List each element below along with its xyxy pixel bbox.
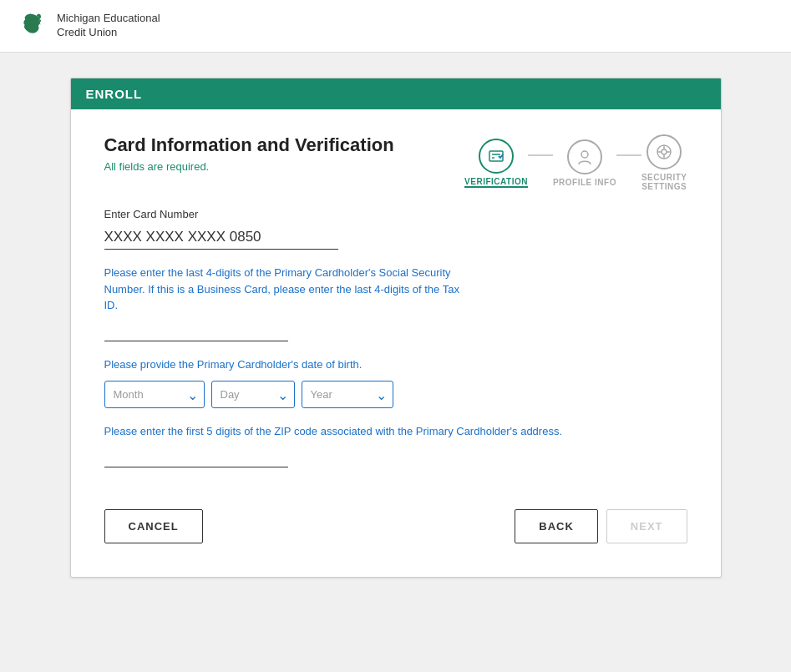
ssn-description: Please enter the last 4-digits of the Pr… bbox=[104, 265, 464, 314]
step-verification-label: VERIFICATION bbox=[464, 177, 528, 188]
dob-text-end: . bbox=[359, 358, 363, 371]
michigan-logo-icon bbox=[17, 10, 48, 42]
month-select[interactable]: Month JanuaryFebruaryMarch AprilMayJune … bbox=[104, 381, 205, 408]
card-number-label: Enter Card Number bbox=[104, 208, 687, 220]
security-icon bbox=[655, 143, 673, 161]
day-select[interactable]: Day for(let i=1;i<=31;i++) document.writ… bbox=[211, 381, 295, 408]
ssn-text-part2: . If this is a Business Card, please ent… bbox=[142, 283, 443, 296]
enroll-header-label: ENROLL bbox=[86, 87, 143, 101]
step-security-circle bbox=[646, 134, 682, 169]
title-section: Card Information and Verification All fi… bbox=[104, 134, 394, 173]
page-header: Michigan Educational Credit Union bbox=[0, 0, 791, 53]
year-select[interactable]: Year for(let y=2024;y>=1920;y--) documen… bbox=[302, 381, 393, 408]
dob-text-highlight: Primary Cardholder's date of birth bbox=[197, 358, 359, 371]
right-buttons: BACK NEXT bbox=[515, 509, 687, 543]
zip-input[interactable] bbox=[104, 447, 288, 467]
day-wrapper: Day for(let i=1;i<=31;i++) document.writ… bbox=[211, 381, 295, 408]
top-section: Card Information and Verification All fi… bbox=[104, 134, 687, 191]
required-note: All fields are required. bbox=[104, 160, 394, 173]
card-number-input[interactable] bbox=[104, 225, 338, 250]
step-verification-circle bbox=[479, 139, 514, 174]
step-security-label: SECURITY SETTINGS bbox=[641, 173, 687, 191]
enroll-card: ENROLL Card Information and Verification… bbox=[70, 78, 722, 578]
step-verification: VERIFICATION bbox=[464, 139, 528, 188]
step-connector-2 bbox=[616, 154, 641, 156]
ssn-input[interactable] bbox=[104, 321, 288, 341]
dob-text-part1: Please provide the bbox=[104, 358, 197, 371]
step-profile: PROFILE INFO bbox=[553, 139, 616, 187]
enroll-body: Card Information and Verification All fi… bbox=[71, 109, 721, 577]
ssn-text-part1: Please enter the last 4-digits of the bbox=[104, 266, 275, 279]
dob-description: Please provide the Primary Cardholder's … bbox=[104, 356, 687, 373]
zip-text-part1: Please enter the first 5 digits of the Z… bbox=[104, 425, 416, 437]
card-number-section: Enter Card Number bbox=[104, 208, 687, 250]
zip-section: Please enter the first 5 digits of the Z… bbox=[104, 423, 687, 467]
dob-section: Please provide the Primary Cardholder's … bbox=[104, 356, 687, 409]
zip-text-end: . bbox=[559, 425, 562, 437]
svg-point-2 bbox=[581, 151, 588, 158]
ssn-text-end: . bbox=[115, 299, 119, 311]
next-button[interactable]: NEXT bbox=[606, 509, 687, 543]
step-connector-1 bbox=[528, 154, 553, 156]
ssn-section: Please enter the last 4-digits of the Pr… bbox=[104, 265, 687, 341]
steps-container: VERIFICATION PROFILE INFO bbox=[464, 134, 687, 191]
zip-description: Please enter the first 5 digits of the Z… bbox=[104, 423, 687, 440]
step-security: SECURITY SETTINGS bbox=[641, 134, 687, 191]
year-wrapper: Year for(let y=2024;y>=1920;y--) documen… bbox=[302, 381, 393, 408]
form-title: Card Information and Verification bbox=[104, 134, 394, 156]
step-profile-label: PROFILE INFO bbox=[553, 178, 616, 187]
step-profile-circle bbox=[567, 139, 602, 174]
verification-icon bbox=[487, 147, 505, 165]
svg-point-4 bbox=[662, 149, 667, 154]
profile-icon bbox=[576, 148, 594, 166]
dob-row: Month JanuaryFebruaryMarch AprilMayJune … bbox=[104, 381, 687, 408]
cancel-button[interactable]: CANCEL bbox=[104, 509, 203, 543]
logo-container: Michigan Educational Credit Union bbox=[17, 10, 160, 42]
page-wrapper: ENROLL Card Information and Verification… bbox=[0, 53, 791, 603]
month-wrapper: Month JanuaryFebruaryMarch AprilMayJune … bbox=[104, 381, 205, 408]
button-row: CANCEL BACK NEXT bbox=[104, 509, 687, 543]
zip-text-highlight: Primary Cardholder's address bbox=[416, 425, 560, 437]
org-name: Michigan Educational Credit Union bbox=[57, 12, 160, 40]
enroll-header: ENROLL bbox=[71, 78, 721, 109]
back-button[interactable]: BACK bbox=[515, 509, 598, 543]
